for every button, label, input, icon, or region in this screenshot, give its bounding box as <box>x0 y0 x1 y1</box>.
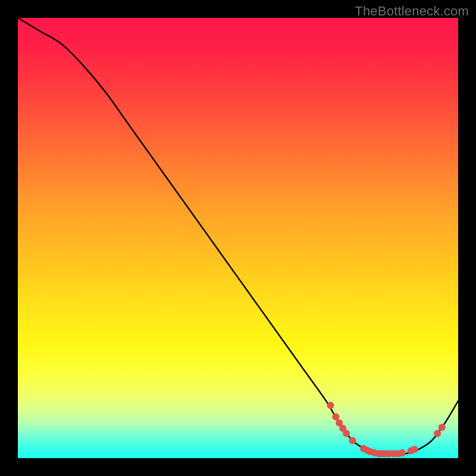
bottleneck-curve <box>18 18 458 454</box>
plot-area <box>18 18 458 458</box>
chart-svg <box>18 18 458 458</box>
chart-marker <box>343 430 350 437</box>
chart-marker <box>439 424 446 431</box>
chart-markers <box>327 402 445 457</box>
chart-marker <box>399 449 406 456</box>
chart-frame: TheBottleneck.com <box>0 0 476 476</box>
chart-marker <box>332 413 339 420</box>
chart-marker <box>349 437 356 444</box>
watermark-text: TheBottleneck.com <box>355 4 469 19</box>
chart-marker <box>327 402 334 409</box>
chart-marker <box>411 446 418 453</box>
chart-marker <box>434 430 441 437</box>
